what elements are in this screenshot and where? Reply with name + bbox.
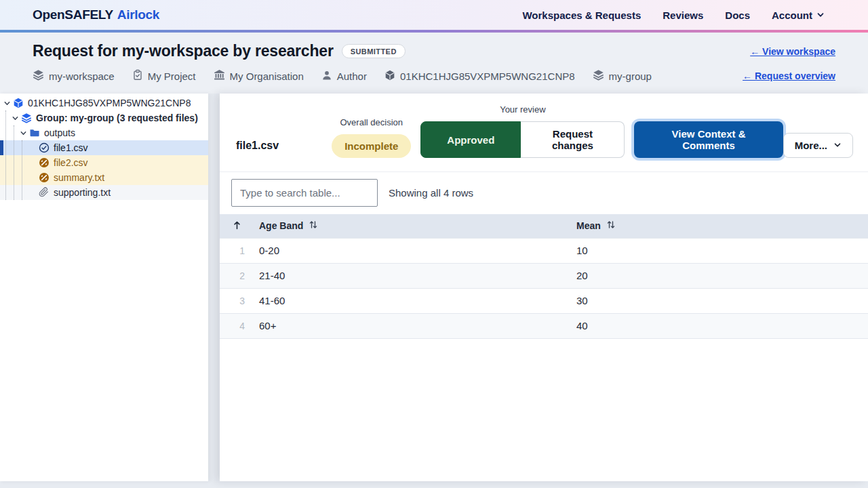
file-tree-sidebar: 01KHC1HJG85VXPMP5WNG21CNP8 Group: my-gro… bbox=[0, 94, 208, 481]
tree-item-label: summary.txt bbox=[54, 172, 104, 183]
age-band-cell: 41-60 bbox=[254, 288, 576, 313]
more-button[interactable]: More... bbox=[783, 133, 853, 158]
tree-item-group[interactable]: Group: my-group (3 requested files) bbox=[0, 110, 208, 125]
chevron-down-icon[interactable] bbox=[10, 115, 20, 122]
request-overview-link[interactable]: ← Request overview bbox=[743, 70, 835, 81]
mean-cell: 10 bbox=[576, 238, 868, 263]
mean-cell: 40 bbox=[576, 313, 868, 338]
overall-decision-label: Overall decision bbox=[340, 117, 403, 127]
sort-toggle-icon bbox=[309, 220, 317, 231]
overall-decision-block: Overall decision Incomplete bbox=[332, 117, 411, 158]
meta-workspace-label: my-workspace bbox=[49, 70, 115, 82]
view-workspace-link[interactable]: ← View workspace bbox=[750, 46, 835, 57]
rows-summary: Showing all 4 rows bbox=[389, 187, 473, 199]
chevron-down-icon bbox=[816, 9, 825, 21]
folder-icon bbox=[29, 127, 40, 138]
page-title: Request for my-workspace by researcher bbox=[33, 42, 334, 60]
tree-item-request-root[interactable]: 01KHC1HJG85VXPMP5WNG21CNP8 bbox=[0, 96, 208, 110]
chevron-down-icon[interactable] bbox=[2, 100, 12, 107]
table-search-input[interactable] bbox=[231, 179, 378, 207]
file-review-header: file1.csv Overall decision Incomplete Yo… bbox=[220, 94, 868, 171]
tree-item-label: supporting.txt bbox=[54, 187, 111, 198]
building-columns-icon bbox=[214, 69, 225, 83]
approved-button[interactable]: Approved bbox=[420, 121, 521, 158]
age-band-cell: 21-40 bbox=[254, 263, 576, 288]
primary-nav: Workspaces & Requests Reviews Docs Accou… bbox=[522, 9, 825, 21]
nav-reviews[interactable]: Reviews bbox=[663, 9, 703, 21]
data-table: Age Band Mean 1 0-20 1 bbox=[220, 214, 868, 339]
nav-workspaces-requests[interactable]: Workspaces & Requests bbox=[522, 9, 641, 21]
check-circle-icon bbox=[39, 142, 50, 153]
nav-account-label: Account bbox=[772, 9, 812, 21]
table-header-row: Age Band Mean bbox=[220, 214, 868, 238]
package-icon bbox=[384, 70, 395, 83]
meta-workspace: my-workspace bbox=[33, 69, 115, 83]
review-pending-icon bbox=[39, 157, 50, 168]
tree-item-file1[interactable]: file1.csv bbox=[0, 140, 208, 155]
table-row: 1 0-20 10 bbox=[220, 238, 868, 263]
meta-organisation: My Organisation bbox=[214, 69, 304, 83]
sort-ascending-icon bbox=[233, 221, 241, 232]
tree-guide-line bbox=[22, 140, 22, 200]
top-navbar: OpenSAFELY Airlock Workspaces & Requests… bbox=[0, 0, 868, 30]
review-pending-icon bbox=[39, 172, 50, 183]
view-context-comments-button[interactable]: View Context & Comments bbox=[634, 121, 783, 158]
meta-organisation-label: My Organisation bbox=[230, 70, 304, 82]
chevron-down-icon[interactable] bbox=[18, 129, 28, 137]
row-number: 3 bbox=[220, 288, 254, 313]
nav-account-menu[interactable]: Account bbox=[772, 9, 825, 21]
meta-project-label: My Project bbox=[148, 70, 196, 82]
content-area: 01KHC1HJG85VXPMP5WNG21CNP8 Group: my-gro… bbox=[0, 94, 868, 488]
table-row: 4 60+ 40 bbox=[220, 313, 868, 338]
mean-cell: 30 bbox=[576, 288, 868, 313]
app-logo[interactable]: OpenSAFELY Airlock bbox=[33, 7, 159, 22]
status-badge: SUBMITTED bbox=[342, 44, 406, 58]
nav-docs[interactable]: Docs bbox=[725, 9, 750, 21]
request-changes-button[interactable]: Request changes bbox=[521, 121, 625, 158]
mean-column-label: Mean bbox=[576, 220, 601, 231]
request-header: Request for my-workspace by researcher S… bbox=[0, 33, 868, 94]
person-icon bbox=[321, 70, 332, 83]
tree-item-supporting[interactable]: supporting.txt bbox=[0, 185, 208, 200]
age-band-sort-header[interactable]: Age Band bbox=[254, 214, 576, 238]
review-button-group: Approved Request changes bbox=[420, 121, 625, 158]
clipboard-icon bbox=[132, 69, 143, 83]
row-number-sort-header[interactable] bbox=[220, 214, 254, 238]
meta-project: My Project bbox=[132, 69, 196, 83]
your-review-block: Your review Approved Request changes bbox=[420, 104, 625, 158]
tree-item-label: Group: my-group (3 requested files) bbox=[36, 113, 198, 123]
mean-cell: 20 bbox=[576, 263, 868, 288]
tree-item-label: outputs bbox=[44, 127, 75, 138]
tree-item-summary[interactable]: summary.txt bbox=[0, 170, 208, 185]
meta-request-id: 01KHC1HJG85VXPMP5WNG21CNP8 bbox=[384, 70, 575, 83]
tree-item-label: 01KHC1HJG85VXPMP5WNG21CNP8 bbox=[28, 98, 191, 108]
row-number: 1 bbox=[220, 238, 254, 263]
file-review-panel: file1.csv Overall decision Incomplete Yo… bbox=[220, 94, 868, 481]
file-title: file1.csv bbox=[236, 140, 279, 152]
layers-icon bbox=[33, 69, 44, 83]
tree-item-label: file2.csv bbox=[54, 157, 88, 168]
table-row: 3 41-60 30 bbox=[220, 288, 868, 313]
tree-item-outputs-folder[interactable]: outputs bbox=[0, 125, 208, 140]
age-band-column-label: Age Band bbox=[259, 220, 303, 231]
table-toolbar: Showing all 4 rows bbox=[220, 171, 868, 214]
meta-author: Author bbox=[321, 70, 367, 83]
meta-group-label: my-group bbox=[609, 70, 652, 82]
table-row: 2 21-40 20 bbox=[220, 263, 868, 288]
chevron-down-icon bbox=[833, 140, 842, 151]
age-band-cell: 60+ bbox=[254, 313, 576, 338]
tree-item-file2[interactable]: file2.csv bbox=[0, 155, 208, 170]
layers-icon bbox=[593, 69, 604, 83]
package-icon bbox=[13, 98, 24, 108]
meta-group: my-group bbox=[593, 69, 652, 83]
mean-sort-header[interactable]: Mean bbox=[576, 214, 868, 238]
tree-guide-line bbox=[5, 110, 6, 200]
row-number: 4 bbox=[220, 313, 254, 338]
logo-airlock: Airlock bbox=[117, 7, 159, 22]
tree-guide-line bbox=[14, 125, 14, 200]
logo-opensafely: OpenSAFELY bbox=[33, 7, 113, 22]
layers-icon bbox=[21, 113, 32, 123]
paperclip-icon bbox=[39, 187, 50, 198]
more-button-label: More... bbox=[795, 140, 827, 151]
row-number: 2 bbox=[220, 263, 254, 288]
